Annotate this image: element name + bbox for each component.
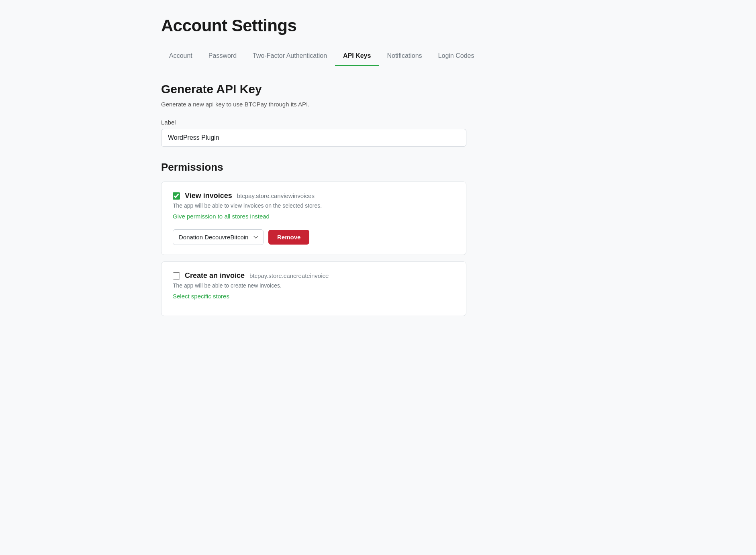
label-field-label: Label <box>161 119 595 126</box>
permission-name-view-invoices: View invoices <box>185 192 232 200</box>
permission-desc-view-invoices: The app will be able to view invoices on… <box>173 202 455 209</box>
tab-password[interactable]: Password <box>200 47 245 66</box>
tab-account[interactable]: Account <box>161 47 200 66</box>
permission-card-view-invoices: View invoices btcpay.store.canviewinvoic… <box>161 182 466 255</box>
permission-header-create-invoice: Create an invoice btcpay.store.cancreate… <box>173 271 455 280</box>
generate-api-key-description: Generate a new api key to use BTCPay thr… <box>161 101 595 108</box>
store-selector-row-view-invoices: Donation DecouvreBitcoin Remove <box>173 229 455 245</box>
label-input[interactable] <box>161 129 466 147</box>
generate-api-key-title: Generate API Key <box>161 82 595 96</box>
permissions-section: Permissions View invoices btcpay.store.c… <box>161 161 595 316</box>
generate-api-key-section: Generate API Key Generate a new api key … <box>161 82 595 147</box>
permission-code-create-invoice: btcpay.store.cancreateinvoice <box>249 272 329 279</box>
permission-card-create-invoice: Create an invoice btcpay.store.cancreate… <box>161 261 466 316</box>
store-select-view-invoices[interactable]: Donation DecouvreBitcoin <box>173 229 264 245</box>
tab-notifications[interactable]: Notifications <box>379 47 430 66</box>
page-container: Account Settings Account Password Two-Fa… <box>137 0 619 339</box>
permission-checkbox-view-invoices[interactable] <box>173 192 180 200</box>
give-permission-all-stores-link[interactable]: Give permission to all stores instead <box>173 213 270 220</box>
permission-header-view-invoices: View invoices btcpay.store.canviewinvoic… <box>173 192 455 200</box>
permission-desc-create-invoice: The app will be able to create new invoi… <box>173 282 455 289</box>
permission-name-create-invoice: Create an invoice <box>185 271 245 280</box>
tab-api-keys[interactable]: API Keys <box>335 47 379 66</box>
permissions-title: Permissions <box>161 161 595 173</box>
select-specific-stores-link[interactable]: Select specific stores <box>173 293 229 300</box>
permission-code-view-invoices: btcpay.store.canviewinvoices <box>237 192 315 199</box>
permission-checkbox-create-invoice[interactable] <box>173 272 180 280</box>
page-title: Account Settings <box>161 16 595 35</box>
remove-button-view-invoices[interactable]: Remove <box>268 230 309 245</box>
label-field-group: Label <box>161 119 595 147</box>
tab-two-factor[interactable]: Two-Factor Authentication <box>245 47 335 66</box>
tab-navigation: Account Password Two-Factor Authenticati… <box>161 47 595 66</box>
tab-login-codes[interactable]: Login Codes <box>430 47 482 66</box>
